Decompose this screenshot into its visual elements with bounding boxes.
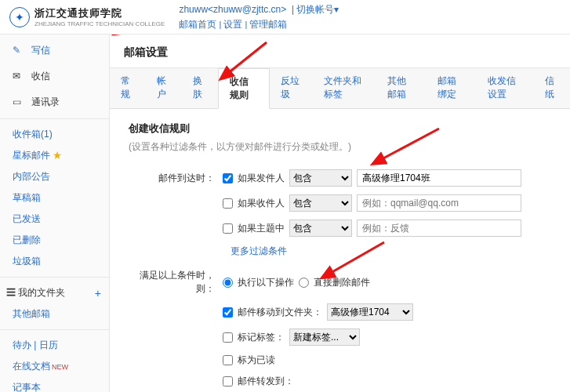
tag-label: 标记标签： [238,331,285,344]
recipient-chk-label: 如果收件人 [238,197,285,210]
sender-chk-label: 如果发件人 [238,172,285,185]
tab-反垃圾[interactable]: 反垃圾 [270,68,313,108]
move-checkbox[interactable] [223,307,233,318]
logo-text: 浙江交通技师学院 [34,6,165,20]
sidebar-folder[interactable]: 草稿箱 [0,187,109,209]
subject-select[interactable]: 包含 [289,220,352,237]
recipient-checkbox[interactable] [223,198,233,209]
sidebar-folder[interactable]: 内部公告 [0,166,109,187]
dropdown-icon[interactable]: ▾ [334,4,339,15]
contacts-icon: ▭ [13,96,25,109]
sender-input[interactable] [357,169,521,187]
tab-帐户[interactable]: 帐户 [146,68,182,108]
fwd-label: 邮件转发到： [238,375,294,388]
form-hint: (设置各种过滤条件，以方便对邮件进行分类或处理。) [129,140,551,154]
logo-icon: ✦ [9,7,30,27]
sidebar-other-mailbox[interactable]: 其他邮箱 [0,303,109,325]
move-select[interactable]: 高级修理1704 [327,303,413,321]
nav-inbox-label: 收信 [31,70,50,83]
tab-常规[interactable]: 常规 [110,68,146,108]
panel-title: 邮箱设置 [110,34,570,68]
exec-label: 执行以下操作 [238,276,294,289]
logo: ✦ 浙江交通技师学院 ZHEJIANG TRAFFIC TECHNICIAN C… [9,6,165,27]
tab-信纸[interactable]: 信纸 [534,68,570,108]
my-folders-label: 我的文件夹 [18,287,65,298]
delete-radio[interactable] [299,278,309,288]
compose-icon: ✎ [13,45,25,57]
fwd-checkbox[interactable] [223,376,233,387]
tab-收信规则[interactable]: 收信规则 [218,68,270,109]
recipient-select[interactable]: 包含 [289,194,352,212]
nav-compose-label: 写信 [31,44,50,57]
sender-select[interactable]: 包含 [289,169,352,187]
more-conditions-link[interactable]: 更多过滤条件 [231,245,551,258]
sidebar-folder[interactable]: 收件箱(1) [0,124,109,145]
tag-checkbox[interactable] [223,332,233,343]
nav-inbox[interactable]: ✉收信 [0,64,109,89]
link-home[interactable]: 邮箱首页 [179,19,216,30]
move-label: 邮件移动到文件夹： [238,306,322,319]
tab-换肤[interactable]: 换肤 [182,68,218,108]
tag-select[interactable]: 新建标签... [289,328,360,346]
sidebar-folder[interactable]: 垃圾箱 [0,251,109,272]
sender-checkbox[interactable] [223,173,233,183]
nav-contacts[interactable]: ▭通讯录 [0,89,109,115]
tab-邮箱绑定[interactable]: 邮箱绑定 [427,68,477,108]
subject-chk-label: 如果主题中 [238,222,285,235]
my-folders-head[interactable]: ☰ 我的文件夹 + [0,282,109,303]
read-checkbox[interactable] [223,355,233,365]
delete-label: 直接删除邮件 [314,276,370,289]
subject-input[interactable] [357,220,521,237]
sidebar-other[interactable]: 记事本 [0,377,109,392]
sidebar-folder[interactable]: 已删除 [0,230,109,251]
logo-subtext: ZHEJIANG TRAFFIC TECHNICIAN COLLEGE [34,20,165,27]
plus-icon[interactable]: + [95,287,101,299]
sidebar-folder[interactable]: 已发送 [0,209,109,230]
tab-文件夹和标签[interactable]: 文件夹和标签 [313,68,377,108]
tab-其他邮箱[interactable]: 其他邮箱 [376,68,427,108]
sidebar-other[interactable]: 待办 | 日历 [0,335,109,356]
tab-收发信设置[interactable]: 收发信设置 [477,68,534,108]
user-email: zhuww<zhuww@zjttc.cn> [179,4,286,15]
arrive-label: 邮件到达时： [129,172,223,185]
sidebar-folder[interactable]: 星标邮件 ★ [0,145,109,166]
exec-radio[interactable] [223,278,233,288]
read-label: 标为已读 [238,354,275,367]
link-manage[interactable]: 管理邮箱 [249,19,287,30]
nav-compose[interactable]: ✎写信 [0,38,109,64]
inbox-icon: ✉ [13,71,25,83]
link-settings[interactable]: 设置 [223,19,242,30]
form-title: 创建收信规则 [129,122,551,136]
recipient-input[interactable] [357,194,521,212]
subject-checkbox[interactable] [223,223,233,234]
switch-account-link[interactable]: 切换帐号 [296,4,334,15]
nav-contacts-label: 通讯录 [31,96,60,109]
sidebar-other[interactable]: 在线文档NEW [0,356,109,377]
action-label: 满足以上条件时，则： [129,269,223,296]
